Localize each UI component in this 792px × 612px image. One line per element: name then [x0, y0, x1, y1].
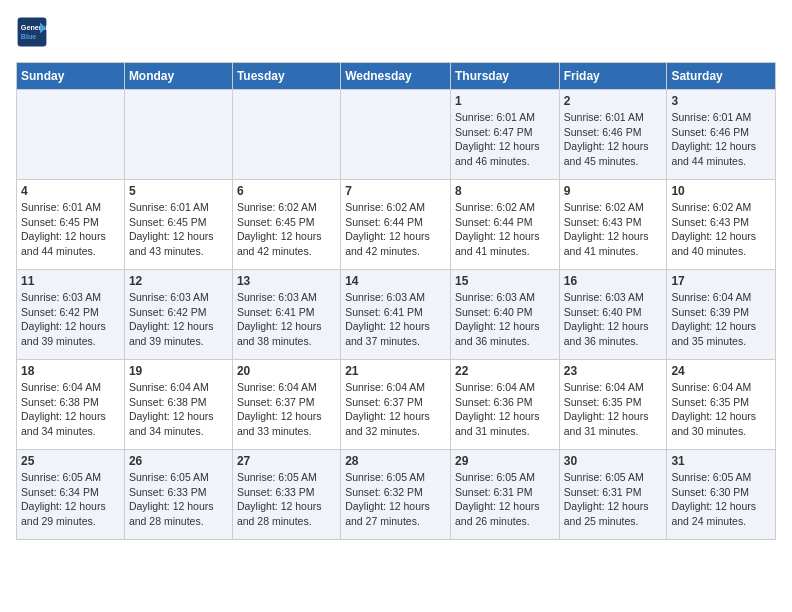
day-number: 5 [129, 184, 228, 198]
day-number: 26 [129, 454, 228, 468]
calendar-cell: 27Sunrise: 6:05 AM Sunset: 6:33 PM Dayli… [232, 450, 340, 540]
calendar-cell: 10Sunrise: 6:02 AM Sunset: 6:43 PM Dayli… [667, 180, 776, 270]
day-info: Sunrise: 6:03 AM Sunset: 6:42 PM Dayligh… [21, 290, 120, 349]
day-number: 31 [671, 454, 771, 468]
day-number: 20 [237, 364, 336, 378]
calendar-cell: 7Sunrise: 6:02 AM Sunset: 6:44 PM Daylig… [341, 180, 451, 270]
calendar-cell: 11Sunrise: 6:03 AM Sunset: 6:42 PM Dayli… [17, 270, 125, 360]
day-info: Sunrise: 6:05 AM Sunset: 6:33 PM Dayligh… [129, 470, 228, 529]
day-number: 12 [129, 274, 228, 288]
calendar-table: SundayMondayTuesdayWednesdayThursdayFrid… [16, 62, 776, 540]
day-number: 19 [129, 364, 228, 378]
calendar-cell: 31Sunrise: 6:05 AM Sunset: 6:30 PM Dayli… [667, 450, 776, 540]
day-info: Sunrise: 6:05 AM Sunset: 6:34 PM Dayligh… [21, 470, 120, 529]
day-number: 11 [21, 274, 120, 288]
day-number: 10 [671, 184, 771, 198]
day-info: Sunrise: 6:04 AM Sunset: 6:38 PM Dayligh… [21, 380, 120, 439]
calendar-cell: 5Sunrise: 6:01 AM Sunset: 6:45 PM Daylig… [124, 180, 232, 270]
day-number: 4 [21, 184, 120, 198]
calendar-cell: 6Sunrise: 6:02 AM Sunset: 6:45 PM Daylig… [232, 180, 340, 270]
day-info: Sunrise: 6:01 AM Sunset: 6:47 PM Dayligh… [455, 110, 555, 169]
calendar-cell: 22Sunrise: 6:04 AM Sunset: 6:36 PM Dayli… [450, 360, 559, 450]
day-number: 14 [345, 274, 446, 288]
day-number: 8 [455, 184, 555, 198]
column-header-monday: Monday [124, 63, 232, 90]
day-info: Sunrise: 6:02 AM Sunset: 6:43 PM Dayligh… [564, 200, 663, 259]
day-info: Sunrise: 6:01 AM Sunset: 6:45 PM Dayligh… [21, 200, 120, 259]
day-info: Sunrise: 6:04 AM Sunset: 6:37 PM Dayligh… [237, 380, 336, 439]
day-info: Sunrise: 6:03 AM Sunset: 6:40 PM Dayligh… [564, 290, 663, 349]
day-info: Sunrise: 6:04 AM Sunset: 6:36 PM Dayligh… [455, 380, 555, 439]
column-header-thursday: Thursday [450, 63, 559, 90]
day-info: Sunrise: 6:04 AM Sunset: 6:38 PM Dayligh… [129, 380, 228, 439]
calendar-cell [17, 90, 125, 180]
logo: General Blue [16, 16, 52, 48]
calendar-cell: 28Sunrise: 6:05 AM Sunset: 6:32 PM Dayli… [341, 450, 451, 540]
column-header-saturday: Saturday [667, 63, 776, 90]
calendar-cell: 12Sunrise: 6:03 AM Sunset: 6:42 PM Dayli… [124, 270, 232, 360]
day-info: Sunrise: 6:05 AM Sunset: 6:31 PM Dayligh… [564, 470, 663, 529]
day-info: Sunrise: 6:02 AM Sunset: 6:44 PM Dayligh… [345, 200, 446, 259]
day-number: 13 [237, 274, 336, 288]
day-number: 2 [564, 94, 663, 108]
column-header-tuesday: Tuesday [232, 63, 340, 90]
day-info: Sunrise: 6:04 AM Sunset: 6:39 PM Dayligh… [671, 290, 771, 349]
day-number: 30 [564, 454, 663, 468]
calendar-cell: 9Sunrise: 6:02 AM Sunset: 6:43 PM Daylig… [559, 180, 667, 270]
calendar-cell: 26Sunrise: 6:05 AM Sunset: 6:33 PM Dayli… [124, 450, 232, 540]
column-header-sunday: Sunday [17, 63, 125, 90]
calendar-cell: 2Sunrise: 6:01 AM Sunset: 6:46 PM Daylig… [559, 90, 667, 180]
day-number: 18 [21, 364, 120, 378]
column-header-friday: Friday [559, 63, 667, 90]
day-info: Sunrise: 6:01 AM Sunset: 6:46 PM Dayligh… [671, 110, 771, 169]
calendar-cell: 19Sunrise: 6:04 AM Sunset: 6:38 PM Dayli… [124, 360, 232, 450]
calendar-cell: 23Sunrise: 6:04 AM Sunset: 6:35 PM Dayli… [559, 360, 667, 450]
calendar-cell: 16Sunrise: 6:03 AM Sunset: 6:40 PM Dayli… [559, 270, 667, 360]
calendar-cell: 4Sunrise: 6:01 AM Sunset: 6:45 PM Daylig… [17, 180, 125, 270]
day-info: Sunrise: 6:01 AM Sunset: 6:46 PM Dayligh… [564, 110, 663, 169]
calendar-cell: 25Sunrise: 6:05 AM Sunset: 6:34 PM Dayli… [17, 450, 125, 540]
day-number: 3 [671, 94, 771, 108]
day-info: Sunrise: 6:05 AM Sunset: 6:33 PM Dayligh… [237, 470, 336, 529]
day-number: 9 [564, 184, 663, 198]
calendar-cell [124, 90, 232, 180]
calendar-cell [341, 90, 451, 180]
day-number: 24 [671, 364, 771, 378]
calendar-cell: 18Sunrise: 6:04 AM Sunset: 6:38 PM Dayli… [17, 360, 125, 450]
day-info: Sunrise: 6:03 AM Sunset: 6:41 PM Dayligh… [237, 290, 336, 349]
calendar-cell: 3Sunrise: 6:01 AM Sunset: 6:46 PM Daylig… [667, 90, 776, 180]
day-number: 21 [345, 364, 446, 378]
day-info: Sunrise: 6:02 AM Sunset: 6:45 PM Dayligh… [237, 200, 336, 259]
day-number: 6 [237, 184, 336, 198]
calendar-cell: 20Sunrise: 6:04 AM Sunset: 6:37 PM Dayli… [232, 360, 340, 450]
calendar-cell: 17Sunrise: 6:04 AM Sunset: 6:39 PM Dayli… [667, 270, 776, 360]
logo-icon: General Blue [16, 16, 48, 48]
calendar-cell [232, 90, 340, 180]
day-info: Sunrise: 6:03 AM Sunset: 6:40 PM Dayligh… [455, 290, 555, 349]
day-info: Sunrise: 6:01 AM Sunset: 6:45 PM Dayligh… [129, 200, 228, 259]
day-info: Sunrise: 6:02 AM Sunset: 6:43 PM Dayligh… [671, 200, 771, 259]
day-info: Sunrise: 6:04 AM Sunset: 6:37 PM Dayligh… [345, 380, 446, 439]
day-number: 17 [671, 274, 771, 288]
calendar-cell: 21Sunrise: 6:04 AM Sunset: 6:37 PM Dayli… [341, 360, 451, 450]
calendar-cell: 29Sunrise: 6:05 AM Sunset: 6:31 PM Dayli… [450, 450, 559, 540]
svg-text:Blue: Blue [21, 32, 37, 41]
day-info: Sunrise: 6:05 AM Sunset: 6:30 PM Dayligh… [671, 470, 771, 529]
day-info: Sunrise: 6:05 AM Sunset: 6:32 PM Dayligh… [345, 470, 446, 529]
calendar-cell: 30Sunrise: 6:05 AM Sunset: 6:31 PM Dayli… [559, 450, 667, 540]
day-info: Sunrise: 6:02 AM Sunset: 6:44 PM Dayligh… [455, 200, 555, 259]
day-info: Sunrise: 6:05 AM Sunset: 6:31 PM Dayligh… [455, 470, 555, 529]
day-number: 25 [21, 454, 120, 468]
day-number: 27 [237, 454, 336, 468]
day-number: 15 [455, 274, 555, 288]
day-info: Sunrise: 6:03 AM Sunset: 6:41 PM Dayligh… [345, 290, 446, 349]
day-number: 16 [564, 274, 663, 288]
day-number: 28 [345, 454, 446, 468]
day-info: Sunrise: 6:04 AM Sunset: 6:35 PM Dayligh… [671, 380, 771, 439]
day-number: 22 [455, 364, 555, 378]
calendar-cell: 13Sunrise: 6:03 AM Sunset: 6:41 PM Dayli… [232, 270, 340, 360]
day-info: Sunrise: 6:03 AM Sunset: 6:42 PM Dayligh… [129, 290, 228, 349]
calendar-cell: 24Sunrise: 6:04 AM Sunset: 6:35 PM Dayli… [667, 360, 776, 450]
calendar-cell: 1Sunrise: 6:01 AM Sunset: 6:47 PM Daylig… [450, 90, 559, 180]
day-number: 23 [564, 364, 663, 378]
